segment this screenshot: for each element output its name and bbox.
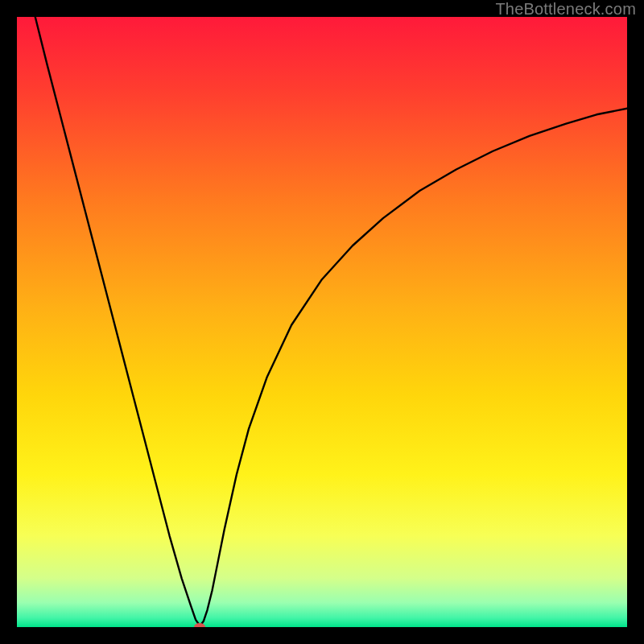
optimal-marker xyxy=(194,623,205,627)
bottleneck-curve xyxy=(17,17,627,627)
watermark-text: TheBottleneck.com xyxy=(495,0,636,19)
plot-area xyxy=(17,17,627,627)
chart-frame: TheBottleneck.com xyxy=(0,0,644,644)
